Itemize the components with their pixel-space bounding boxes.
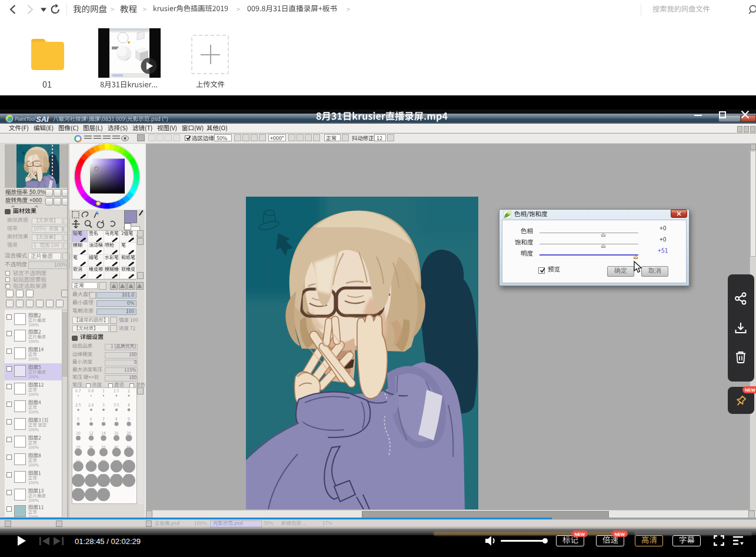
- svg-text:PaintTool: PaintTool: [15, 116, 36, 122]
- svg-text:SAI: SAI: [36, 115, 49, 124]
